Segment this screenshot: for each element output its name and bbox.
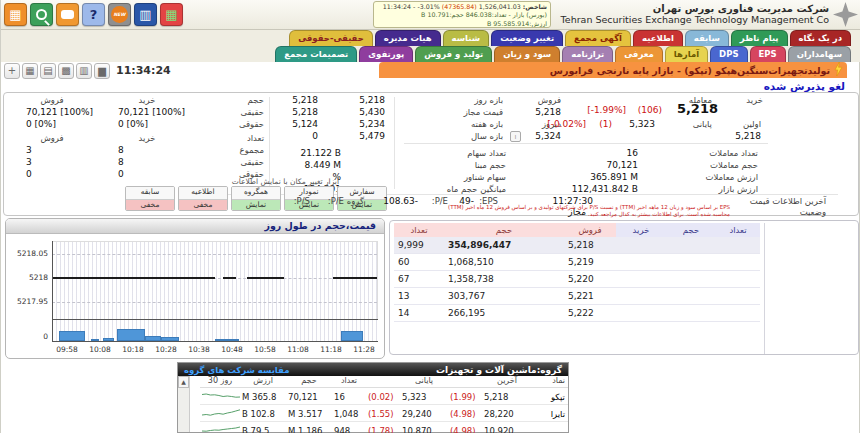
layout-icon[interactable]: ▥ xyxy=(76,63,92,79)
group-trade-count: 1,048 xyxy=(332,405,366,422)
row-label: مجموع xyxy=(202,145,264,157)
buy-volume[interactable] xyxy=(666,271,716,288)
row-label: حقیقی xyxy=(202,157,264,169)
sell-price[interactable]: 5,221 xyxy=(564,288,616,305)
sell-count[interactable]: 14 xyxy=(394,305,444,322)
section-header: حجم xyxy=(202,95,264,107)
sell-volume[interactable]: 1,358,738 xyxy=(444,271,564,288)
separator xyxy=(394,97,395,189)
tab-آمارها[interactable]: آمارها xyxy=(665,46,708,62)
group-symbol[interactable]: تپکو xyxy=(532,388,568,405)
buy-volume[interactable] xyxy=(666,288,716,305)
tab-ترازنامه[interactable]: ترازنامه xyxy=(562,46,613,62)
watchlist-table-icon[interactable]: ▦ xyxy=(4,3,27,26)
tab-اطلاعیه[interactable]: اطلاعیه xyxy=(633,30,683,46)
tse-logo-icon xyxy=(833,2,858,27)
index-time: 11:34:24 xyxy=(383,3,411,10)
market-map-icon[interactable]: ▦ xyxy=(160,3,183,26)
tab-در یک نگاه[interactable]: در یک نگاه xyxy=(790,30,851,46)
tab-معرفی[interactable]: معرفی xyxy=(615,46,663,62)
x-axis-tick: 09:58 xyxy=(51,345,83,354)
closing-change: (1) xyxy=(590,119,612,129)
toggle-سابقه[interactable]: سابقهمخفی xyxy=(125,186,175,211)
sell-value: 3 xyxy=(12,157,92,169)
search-icon[interactable] xyxy=(30,3,53,26)
sell-price[interactable]: 5,218 xyxy=(564,237,616,254)
sell-price[interactable]: 5,220 xyxy=(564,271,616,288)
range-low: 5,218 xyxy=(268,95,318,105)
group-column-header: ارزش xyxy=(240,376,286,388)
range-settings-icon[interactable]: ⁞ xyxy=(510,131,521,142)
tab-DPS[interactable]: DPS xyxy=(710,46,747,62)
tab-سود و زیان[interactable]: سود و زیان xyxy=(494,46,560,62)
intraday-chart: قیمت،حجم در طول روز 5218.0552185217.9500… xyxy=(5,218,385,359)
tab-پیام ناظر[interactable]: پیام ناظر xyxy=(731,30,788,46)
sell-volume[interactable]: 266,195 xyxy=(444,305,564,322)
group-symbol[interactable] xyxy=(532,422,568,433)
chart-title: قیمت،حجم در طول روز xyxy=(6,219,384,234)
buy-price[interactable] xyxy=(616,254,666,271)
toggle-state: مخفی xyxy=(179,199,227,211)
new-badge-icon[interactable]: NEW xyxy=(108,3,131,26)
volume-chart-icon[interactable]: ▆ xyxy=(94,63,110,79)
buy-count[interactable] xyxy=(716,271,760,288)
chart-y-axis xyxy=(52,241,53,341)
buy-price[interactable] xyxy=(616,237,666,254)
sell-price[interactable]: 5,222 xyxy=(564,305,616,322)
buy-count[interactable] xyxy=(716,237,760,254)
tab-سابقه[interactable]: سابقه xyxy=(685,30,729,46)
buy-price[interactable] xyxy=(616,305,666,322)
calculator-icon[interactable]: ▦ xyxy=(22,63,38,79)
sell-price[interactable]: 5,219 xyxy=(564,254,616,271)
group-close-change: (1.55) xyxy=(366,405,400,422)
orderbook-buy-header: حجم xyxy=(666,223,716,237)
sell-header: فروش xyxy=(12,95,92,107)
sell-count[interactable]: 13 xyxy=(394,288,444,305)
chart-price-pane xyxy=(52,241,378,319)
sell-count[interactable]: 67 xyxy=(394,271,444,288)
message-icon[interactable] xyxy=(56,3,79,26)
sell-count[interactable]: 9,999 xyxy=(394,237,444,254)
tab-تغییر وضعیت[interactable]: تغییر وضعیت xyxy=(491,30,563,46)
group-symbol[interactable]: تایرا xyxy=(532,405,568,422)
stat-label: سهام شناور xyxy=(406,172,506,182)
index-line: شاخص: 1,526,041.03 (47365.84) %3.01- - 1… xyxy=(377,3,547,11)
buy-price[interactable] xyxy=(616,271,666,288)
sell-volume[interactable]: 354,896,447 xyxy=(444,237,564,254)
tab-آگهی مجمع[interactable]: آگهی مجمع xyxy=(565,30,631,46)
buy-price[interactable] xyxy=(616,288,666,305)
compare-group-link[interactable]: مقایسه شرکت های گروه xyxy=(184,365,289,375)
range-label: بازه روز xyxy=(433,95,503,105)
sell-count[interactable]: 60 xyxy=(394,254,444,271)
tab-EPS[interactable]: EPS xyxy=(750,46,786,62)
group-value: 79.5 B xyxy=(240,422,286,433)
group-last-price: 5,218 xyxy=(482,388,532,405)
book-icon[interactable]: ▥ xyxy=(134,3,157,26)
chart-tools-icon[interactable]: ▩ xyxy=(58,63,74,79)
note-icon[interactable]: ▤ xyxy=(40,63,56,79)
tab-شناسه[interactable]: شناسه xyxy=(443,30,490,46)
buy-volume[interactable] xyxy=(666,305,716,322)
add-icon[interactable]: + xyxy=(4,63,20,79)
tab-هیات مدیره[interactable]: هیات مدیره xyxy=(375,30,441,46)
buy-count[interactable] xyxy=(716,288,760,305)
sell-header: فروش xyxy=(12,133,92,145)
buy-count[interactable] xyxy=(716,305,760,322)
toggle-اطلاعیه[interactable]: اطلاعیهمخفی xyxy=(178,186,228,211)
help-icon[interactable]: ? xyxy=(82,3,105,26)
tab-پورتفوی[interactable]: پورتفوی xyxy=(359,46,413,62)
sell-volume[interactable]: 1,068,510 xyxy=(444,254,564,271)
tab-تصمیمات مجمع[interactable]: تصمیمات مجمع xyxy=(275,46,357,62)
order-book-divider xyxy=(764,223,765,354)
buy-volume[interactable] xyxy=(666,237,716,254)
x-axis-tick: 11:08 xyxy=(282,345,314,354)
group-table-scrollbar[interactable]: ▲ xyxy=(178,376,190,432)
scroll-up-arrow-icon[interactable]: ▲ xyxy=(178,376,189,388)
stat-label: حجم معاملات xyxy=(653,160,758,170)
buy-volume[interactable] xyxy=(666,254,716,271)
tab-تولید و فروش[interactable]: تولید و فروش xyxy=(415,46,492,62)
buy-count[interactable] xyxy=(716,254,760,271)
sell-volume[interactable]: 303,767 xyxy=(444,288,564,305)
tab-حقیقی-حقوقی[interactable]: حقیقی-حقوقی xyxy=(289,30,373,46)
buy-header: خرید xyxy=(92,95,202,107)
